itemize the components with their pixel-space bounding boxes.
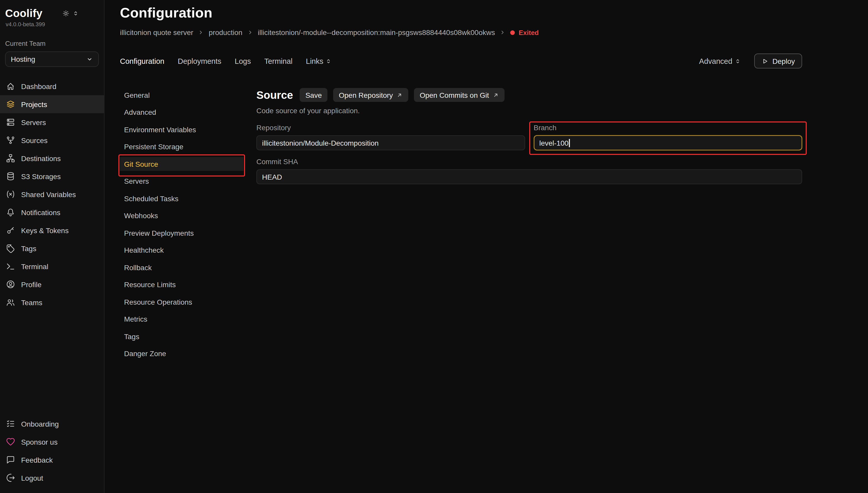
checklist-icon	[6, 419, 16, 429]
sidebar-item-label: Feedback	[21, 456, 53, 464]
git-source-panel: Source Save Open Repository Open Commits…	[256, 88, 802, 364]
repository-input[interactable]	[256, 135, 525, 150]
sidebar-item-teams[interactable]: Teams	[0, 293, 104, 311]
chevron-right-icon	[500, 29, 506, 36]
theme-sun-icon[interactable]	[62, 10, 69, 17]
subnav-item-environment-variables[interactable]: Environment Variables	[120, 123, 244, 136]
chevron-selector-icon	[735, 58, 741, 64]
subnav-item-webhooks[interactable]: Webhooks	[120, 209, 244, 222]
subnav-item-servers[interactable]: Servers	[120, 174, 244, 188]
breadcrumb-project[interactable]: illicitonion quote server	[120, 28, 193, 37]
advanced-menu[interactable]: Advanced	[699, 57, 741, 65]
sidebar-item-label: Profile	[21, 280, 41, 288]
sidebar-item-profile[interactable]: Profile	[0, 275, 104, 293]
app-window: Coolify v4.0.0-beta.399 Current Team Hos…	[0, 0, 868, 493]
sidebar-item-destinations[interactable]: Destinations	[0, 149, 104, 167]
main-content: Configuration illicitonion quote server …	[105, 0, 868, 493]
theme-selector-icon[interactable]	[72, 10, 79, 17]
subnav-item-healthcheck[interactable]: Healthcheck	[120, 243, 244, 257]
heart-icon	[6, 437, 16, 447]
section-description: Code source of your application.	[256, 107, 802, 115]
subnav-item-general[interactable]: General	[120, 88, 244, 102]
sidebar-item-tags[interactable]: Tags	[0, 239, 104, 257]
chevron-right-icon	[198, 29, 204, 36]
database-icon	[6, 171, 16, 181]
sidebar-nav: Dashboard Projects Servers Sources Desti…	[0, 77, 104, 311]
terminal-icon	[6, 261, 16, 271]
tab-configuration[interactable]: Configuration	[120, 57, 165, 65]
sidebar-item-keys-tokens[interactable]: Keys & Tokens	[0, 221, 104, 239]
open-repository-button[interactable]: Open Repository	[333, 88, 408, 102]
tab-terminal[interactable]: Terminal	[264, 57, 293, 65]
sidebar-item-notifications[interactable]: Notifications	[0, 203, 104, 221]
tab-deployments[interactable]: Deployments	[178, 57, 221, 65]
status-dot-icon	[510, 30, 515, 35]
sidebar-item-onboarding[interactable]: Onboarding	[0, 415, 104, 433]
sidebar-item-label: Dashboard	[21, 82, 56, 90]
tab-links-label: Links	[306, 57, 323, 65]
tab-links[interactable]: Links	[306, 57, 332, 65]
sidebar-footer-nav: Onboarding Sponsor us Feedback Logout	[0, 415, 104, 487]
logout-icon	[6, 473, 16, 483]
text-cursor	[569, 139, 570, 147]
subnav-item-tags[interactable]: Tags	[120, 329, 244, 343]
subnav-item-metrics[interactable]: Metrics	[120, 312, 244, 326]
sidebar-item-label: Onboarding	[21, 420, 59, 428]
subnav-item-rollback[interactable]: Rollback	[120, 260, 244, 274]
branch-input[interactable]: level-100	[534, 135, 802, 150]
sidebar-item-feedback[interactable]: Feedback	[0, 451, 104, 469]
status-badge: Exited	[510, 28, 539, 36]
layers-icon	[6, 99, 16, 109]
breadcrumb-environment[interactable]: production	[209, 28, 242, 37]
server-icon	[6, 117, 16, 127]
user-circle-icon	[6, 279, 16, 289]
tab-bar: Configuration Deployments Logs Terminal …	[120, 53, 802, 68]
sidebar-item-logout[interactable]: Logout	[0, 469, 104, 487]
sidebar-item-label: Projects	[21, 100, 47, 108]
sidebar-item-label: Shared Variables	[21, 190, 76, 198]
sidebar-item-sponsor[interactable]: Sponsor us	[0, 433, 104, 451]
bell-icon	[6, 207, 16, 217]
variable-icon	[6, 189, 16, 199]
branch-label: Branch	[534, 124, 802, 132]
sidebar-item-label: Tags	[21, 244, 36, 252]
sidebar-item-sources[interactable]: Sources	[0, 131, 104, 149]
subnav-item-resource-limits[interactable]: Resource Limits	[120, 278, 244, 292]
breadcrumb-application[interactable]: illicitestonion/-module--decomposition:m…	[258, 28, 495, 37]
commit-sha-input[interactable]	[256, 169, 802, 184]
external-link-icon	[493, 92, 499, 98]
tab-logs[interactable]: Logs	[235, 57, 251, 65]
open-commits-button[interactable]: Open Commits on Git	[414, 88, 504, 102]
subnav-item-persistent-storage[interactable]: Persistent Storage	[120, 140, 244, 154]
repository-field: Repository	[256, 124, 525, 150]
team-select[interactable]: Hosting	[5, 51, 99, 67]
breadcrumb: illicitonion quote server production ill…	[120, 28, 802, 37]
home-icon	[6, 81, 16, 91]
commit-sha-field: Commit SHA	[256, 157, 802, 184]
open-commits-label: Open Commits on Git	[420, 91, 489, 99]
sidebar-item-terminal[interactable]: Terminal	[0, 257, 104, 275]
subnav-item-preview-deployments[interactable]: Preview Deployments	[120, 226, 244, 240]
subnav-item-resource-operations[interactable]: Resource Operations	[120, 295, 244, 309]
branch-field: Branch level-100	[534, 124, 802, 150]
sidebar-item-s3-storages[interactable]: S3 Storages	[0, 167, 104, 185]
commit-sha-label: Commit SHA	[256, 157, 802, 166]
subnav-item-scheduled-tasks[interactable]: Scheduled Tasks	[120, 191, 244, 205]
sidebar-item-shared-variables[interactable]: Shared Variables	[0, 185, 104, 203]
open-repository-label: Open Repository	[339, 91, 393, 99]
subnav-item-advanced[interactable]: Advanced	[120, 105, 244, 119]
sidebar-item-servers[interactable]: Servers	[0, 113, 104, 131]
sidebar-item-projects[interactable]: Projects	[0, 95, 104, 113]
app-logo[interactable]: Coolify	[5, 7, 42, 20]
deploy-label: Deploy	[772, 57, 795, 65]
subnav-item-git-source[interactable]: Git Source	[120, 157, 244, 171]
sidebar-item-label: Logout	[21, 474, 43, 482]
deploy-button[interactable]: Deploy	[755, 53, 802, 68]
current-team-label: Current Team	[0, 27, 104, 47]
sidebar-item-label: S3 Storages	[21, 172, 61, 180]
sidebar-item-dashboard[interactable]: Dashboard	[0, 77, 104, 95]
subnav-item-danger-zone[interactable]: Danger Zone	[120, 347, 244, 361]
sidebar-item-label: Servers	[21, 118, 46, 126]
save-button[interactable]: Save	[300, 88, 327, 102]
sidebar-item-label: Sponsor us	[21, 438, 58, 446]
